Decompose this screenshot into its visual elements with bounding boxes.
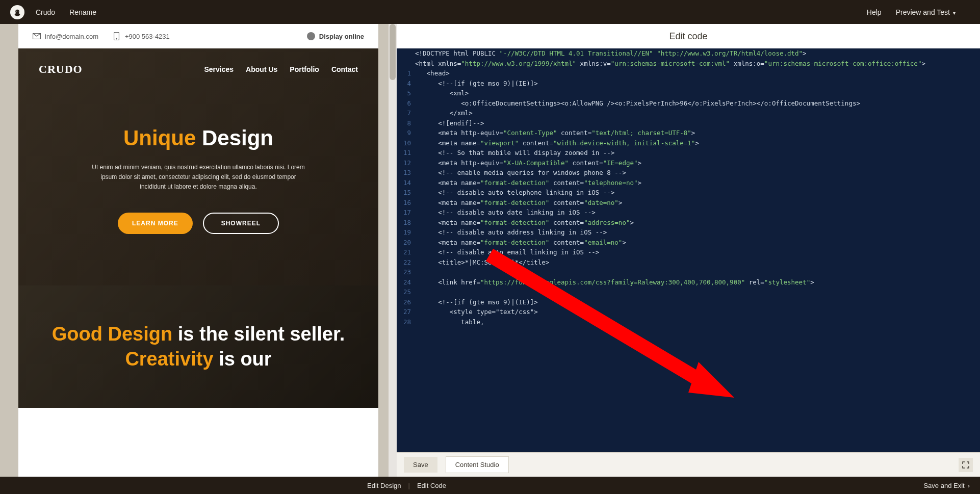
preview-brand-logo[interactable]: CRUDO <box>39 63 83 76</box>
save-and-exit-button[interactable]: Save and Exit › <box>923 482 970 489</box>
preview-nav: Services About Us Portfolio Contact <box>204 65 358 73</box>
content-studio-button[interactable]: Content Studio <box>446 456 509 473</box>
preview-email-text[interactable]: info@domain.com <box>45 33 98 40</box>
edit-design-link[interactable]: Edit Design <box>367 482 401 489</box>
edit-code-link[interactable]: Edit Code <box>417 482 446 489</box>
nav-contact[interactable]: Contact <box>331 65 358 73</box>
edit-code-header: Edit code <box>397 24 980 48</box>
section-2-headline: Good Design is the silent seller. Creati… <box>44 322 353 372</box>
template-name[interactable]: Crudo <box>36 8 55 16</box>
preview-pane: info@domain.com +900 563-4231 Display on… <box>0 24 397 477</box>
editor-action-bar: Save Content Studio <box>397 452 980 477</box>
learn-more-button[interactable]: LEARN MORE <box>118 213 193 234</box>
hero-subtitle: Ut enim ad minim veniam, quis nostrud ex… <box>91 163 305 192</box>
hero-title: Unique Design <box>39 126 358 150</box>
svg-point-0 <box>15 9 19 13</box>
preview-test-menu[interactable]: Preview and Test▾ <box>896 8 956 16</box>
svg-point-1 <box>15 13 20 16</box>
save-button[interactable]: Save <box>404 457 437 473</box>
nav-portfolio[interactable]: Portfolio <box>290 65 319 73</box>
email-preview: info@domain.com +900 563-4231 Display on… <box>18 24 378 477</box>
email-icon <box>33 32 41 40</box>
expand-icon[interactable] <box>959 458 973 472</box>
svg-point-6 <box>116 38 117 39</box>
help-link[interactable]: Help <box>867 8 882 16</box>
svg-point-2 <box>16 11 17 12</box>
display-online-link[interactable]: Display online <box>319 33 364 40</box>
globe-icon <box>307 32 315 40</box>
svg-point-3 <box>18 11 19 12</box>
nav-services[interactable]: Services <box>204 65 234 73</box>
preview-phone-text[interactable]: +900 563-4231 <box>125 33 170 40</box>
chevron-down-icon: ▾ <box>953 10 956 16</box>
bottom-bar: Edit Design | Edit Code Save and Exit › <box>0 477 980 494</box>
phone-icon <box>113 32 121 40</box>
rename-link[interactable]: Rename <box>69 8 96 16</box>
showreel-button[interactable]: SHOWREEL <box>203 213 279 234</box>
code-editor[interactable]: <!DOCTYPE html PUBLIC "-//W3C//DTD HTML … <box>397 48 980 452</box>
preview-scrollbar[interactable] <box>389 24 397 477</box>
preview-section-2: Good Design is the silent seller. Creati… <box>18 285 378 408</box>
scrollbar-thumb[interactable] <box>390 24 396 80</box>
mailchimp-logo-icon[interactable] <box>10 5 24 19</box>
nav-about[interactable]: About Us <box>246 65 277 73</box>
chevron-right-icon: › <box>968 482 970 489</box>
top-bar: Crudo Rename Help Preview and Test▾ <box>0 0 980 24</box>
